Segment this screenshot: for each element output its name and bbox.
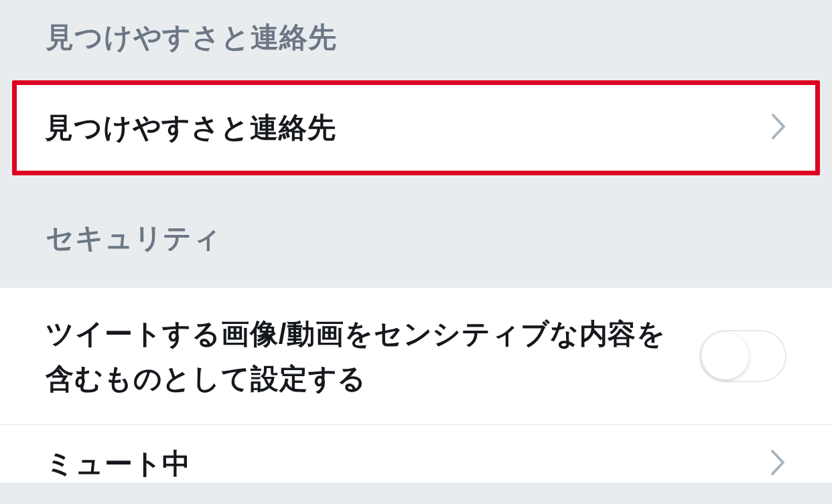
toggle-knob (702, 333, 749, 380)
section-header-security: セキュリティ (0, 175, 832, 288)
sensitive-content-toggle[interactable] (699, 330, 786, 382)
discoverability-contacts-row[interactable]: 見つけやすさと連絡先 (17, 85, 815, 171)
chevron-right-icon (770, 449, 786, 479)
muted-row[interactable]: ミュート中 (0, 425, 832, 483)
highlighted-wrapper: 見つけやすさと連絡先 (0, 80, 832, 175)
highlight-border: 見つけやすさと連絡先 (12, 80, 820, 175)
muted-label: ミュート中 (46, 445, 191, 483)
discoverability-contacts-label: 見つけやすさと連絡先 (45, 109, 336, 147)
section-header-label: セキュリティ (46, 220, 786, 257)
sensitive-content-row: ツイートする画像/動画をセンシティブな内容を含むものとして設定する (0, 288, 832, 425)
chevron-right-icon (771, 113, 787, 143)
section-header-label: 見つけやすさと連絡先 (46, 19, 786, 56)
sensitive-content-label: ツイートする画像/動画をセンシティブな内容を含むものとして設定する (46, 311, 673, 401)
section-header-discoverability: 見つけやすさと連絡先 (0, 0, 832, 80)
